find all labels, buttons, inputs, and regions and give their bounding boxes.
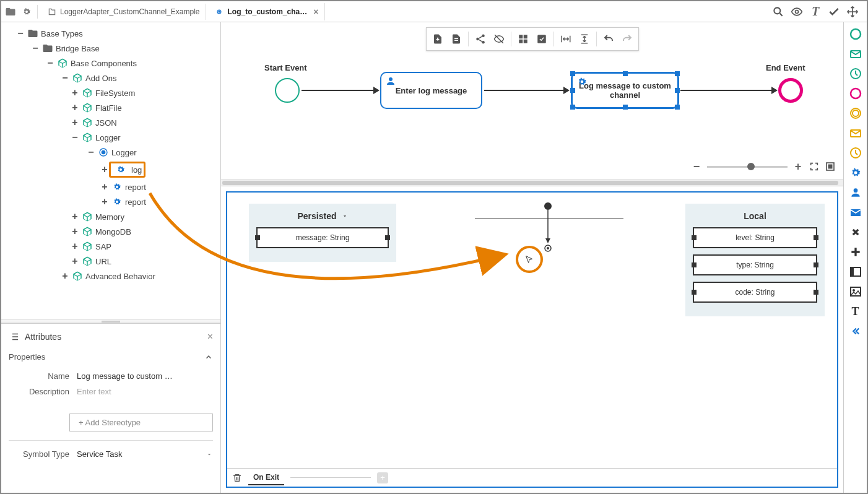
undo-icon[interactable]	[600, 30, 617, 48]
palette-timer-start[interactable]	[849, 67, 862, 80]
hide-icon[interactable]	[490, 30, 508, 48]
tree-item-advanced[interactable]: +Advanced Behavior	[1, 269, 220, 284]
palette-user-task[interactable]	[849, 186, 862, 199]
gear-icon[interactable]	[20, 5, 33, 19]
tree-item-mongodb[interactable]: +MongoDB	[1, 224, 220, 239]
variable-message[interactable]: message: String	[256, 227, 389, 248]
tree-item-report2[interactable]: +report	[1, 194, 220, 209]
palette-send-task[interactable]	[849, 206, 862, 219]
add-stereotype-button[interactable]: + Add Stereotype	[69, 414, 213, 431]
variable-level[interactable]: level: String	[693, 227, 817, 248]
palette-message-intermediate[interactable]	[849, 126, 862, 140]
symbol-type-dropdown[interactable]: Service Task	[77, 449, 213, 459]
tab-label: Log_to_custom_cha…	[227, 7, 307, 16]
tree-item-addons[interactable]: −Add Ons	[1, 71, 220, 85]
variable-type[interactable]: type: String	[693, 254, 817, 275]
task-enter-log[interactable]: Enter log message	[380, 72, 482, 109]
flow-arrow[interactable]	[484, 90, 566, 91]
variable-code[interactable]: code: String	[693, 282, 817, 303]
search-icon[interactable]	[771, 5, 785, 19]
name-value[interactable]: Log message to custom …	[77, 371, 213, 381]
tab-log-custom[interactable]: Log_to_custom_cha… ×	[209, 3, 325, 20]
description-input[interactable]: Enter text	[77, 387, 213, 396]
canvas-area: Start Event Enter log message Log messag…	[221, 22, 843, 493]
palette-text[interactable]: T	[849, 305, 862, 318]
flow-arrow[interactable]	[680, 90, 773, 91]
end-event-node[interactable]	[778, 78, 803, 103]
close-icon[interactable]: ×	[207, 331, 213, 342]
palette-parallel[interactable]	[849, 245, 862, 259]
cursor-icon	[524, 254, 534, 264]
zoom-out-button[interactable]: −	[691, 161, 702, 172]
move-icon[interactable]	[846, 5, 859, 19]
symbol-type-label: Symbol Type	[9, 449, 77, 459]
grid-icon[interactable]	[514, 30, 532, 48]
svg-rect-10	[523, 35, 527, 38]
flow-arrow[interactable]	[302, 90, 376, 91]
palette-message-start[interactable]	[849, 47, 862, 61]
share-icon[interactable]	[472, 30, 489, 48]
tree-panel[interactable]: −Base Types −Bridge Base −Base Component…	[1, 22, 220, 319]
palette-gateway[interactable]	[849, 225, 862, 239]
tree-item-report1[interactable]: +report	[1, 180, 220, 194]
palette-intermediate[interactable]	[849, 106, 862, 120]
height-icon[interactable]	[576, 30, 593, 48]
tree-item-url[interactable]: +URL	[1, 254, 220, 269]
tree-item-flatfile[interactable]: +FlatFile	[1, 100, 220, 115]
palette-pool[interactable]	[849, 265, 862, 279]
palette-start-event[interactable]	[849, 27, 862, 41]
svg-point-7	[476, 38, 479, 41]
zoom-in-button[interactable]: +	[792, 161, 804, 172]
redo-icon[interactable]	[618, 30, 636, 48]
tree-item-filesystem[interactable]: +FileSystem	[1, 85, 220, 100]
close-icon[interactable]: ×	[313, 7, 318, 17]
palette-end-event[interactable]	[849, 87, 862, 100]
tree-item-base-types[interactable]: −Base Types	[1, 26, 220, 41]
tree-item-log[interactable]: +log	[1, 160, 220, 180]
tab-on-exit[interactable]: On Exit	[248, 470, 284, 485]
text-icon[interactable]: T	[809, 5, 822, 19]
document-icon[interactable]	[448, 30, 465, 48]
tree-item-memory[interactable]: +Memory	[1, 209, 220, 224]
activity-start[interactable]	[542, 200, 554, 256]
sidebar: −Base Types −Bridge Base −Base Component…	[1, 22, 221, 493]
svg-rect-16	[828, 165, 831, 168]
tree-item-sap[interactable]: +SAP	[1, 239, 220, 254]
scrollbar-h[interactable]	[221, 180, 843, 186]
persisted-panel[interactable]: Persisted message: String	[249, 204, 396, 262]
fit-icon[interactable]	[825, 161, 836, 172]
palette-timer-intermediate[interactable]	[849, 146, 862, 160]
svg-point-17	[544, 202, 552, 210]
tab-logger-example[interactable]: LoggerAdapter_CustomChannel_Example	[41, 4, 206, 20]
add-tab-button[interactable]: +	[377, 472, 388, 483]
svg-rect-12	[523, 40, 527, 43]
task-log-custom[interactable]: Log message to custom channel	[571, 72, 679, 109]
activity-bar	[475, 219, 623, 219]
zoom-slider[interactable]	[707, 166, 788, 168]
folder-icon[interactable]	[4, 5, 17, 19]
tree-item-base-components[interactable]: −Base Components	[1, 56, 220, 71]
svg-point-2	[774, 7, 780, 14]
splitter[interactable]	[1, 319, 220, 323]
palette-collapse[interactable]	[849, 324, 862, 338]
local-panel[interactable]: Local level: String type: String code: S…	[685, 204, 825, 316]
chevron-down-icon[interactable]	[342, 213, 348, 219]
check-icon[interactable]	[827, 5, 841, 19]
properties-header[interactable]: Properties	[9, 352, 213, 365]
start-event-node[interactable]	[275, 78, 300, 103]
checkbox-icon[interactable]	[533, 30, 550, 48]
width-icon[interactable]	[557, 30, 575, 48]
trash-icon[interactable]	[232, 473, 242, 483]
palette-image[interactable]	[849, 285, 862, 298]
action-diagram[interactable]: Persisted message: String Local level: S…	[226, 191, 838, 488]
palette-service-task[interactable]	[849, 166, 862, 180]
svg-point-32	[853, 188, 857, 193]
tree-item-bridge-base[interactable]: −Bridge Base	[1, 41, 220, 56]
eye-icon[interactable]	[790, 5, 804, 19]
top-bar: LoggerAdapter_CustomChannel_Example Log_…	[1, 1, 867, 22]
download-icon[interactable]	[429, 30, 446, 48]
tree-item-logger-class[interactable]: −Logger	[1, 145, 220, 160]
tree-item-json[interactable]: +JSON	[1, 115, 220, 130]
fullscreen-icon[interactable]	[809, 161, 820, 172]
tree-item-logger-pkg[interactable]: −Logger	[1, 130, 220, 145]
